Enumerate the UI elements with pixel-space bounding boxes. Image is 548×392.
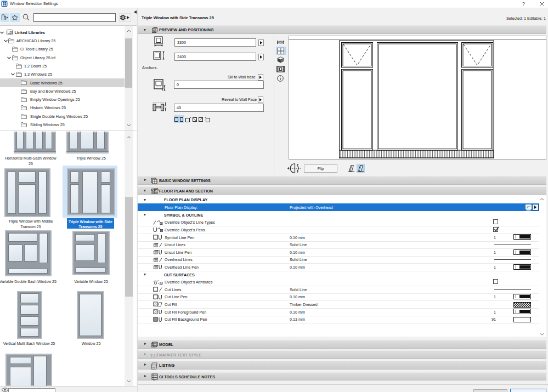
svg-text:TA: TA: [150, 354, 156, 359]
